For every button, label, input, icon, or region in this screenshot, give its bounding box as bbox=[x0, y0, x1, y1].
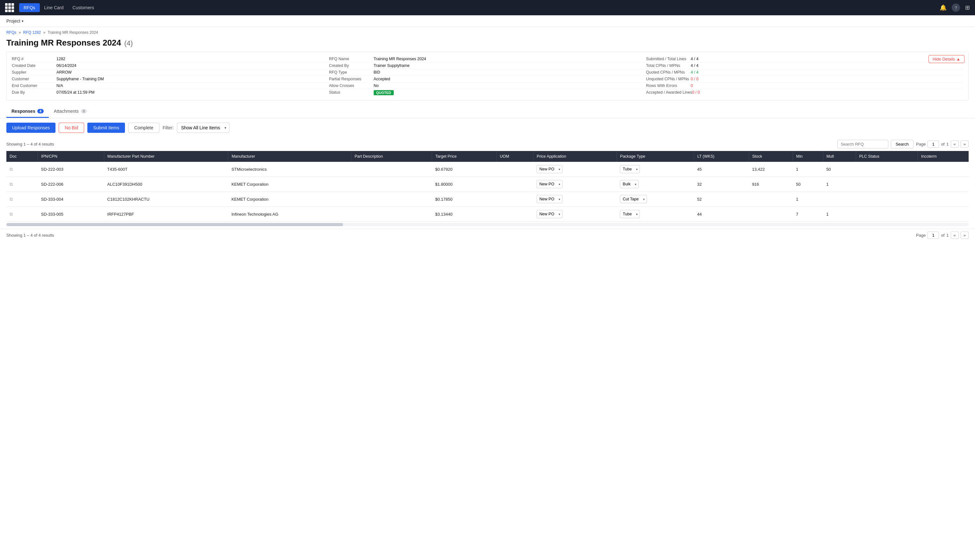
page-input-top[interactable] bbox=[928, 140, 939, 148]
page-count: (4) bbox=[124, 39, 133, 47]
table-cell[interactable]: New PO bbox=[533, 192, 617, 207]
project-label[interactable]: Project bbox=[7, 18, 20, 23]
table-cell bbox=[856, 177, 918, 192]
page-input-bottom[interactable] bbox=[928, 232, 939, 239]
prev-page-top[interactable]: « bbox=[951, 140, 959, 148]
table-cell bbox=[497, 207, 533, 222]
dropdown-select-7[interactable]: New PO bbox=[537, 165, 562, 173]
copy-icon[interactable]: ⧉ bbox=[10, 212, 13, 217]
page-title-row: Training MR Responses 2024 (4) bbox=[0, 36, 975, 52]
hide-details-label: Hide Details bbox=[933, 57, 955, 62]
scroll-bar-track[interactable] bbox=[7, 223, 968, 226]
hide-details-button[interactable]: Hide Details ▲ bbox=[928, 55, 965, 63]
app-logo[interactable] bbox=[5, 3, 14, 12]
table-cell: ALC10F391DH500 bbox=[104, 177, 228, 192]
copy-icon[interactable]: ⧉ bbox=[10, 182, 13, 187]
detail-value: Accepted bbox=[374, 77, 390, 81]
nav-line-card[interactable]: Line Card bbox=[40, 3, 68, 12]
search-input[interactable] bbox=[837, 140, 888, 148]
next-page-bottom[interactable]: » bbox=[961, 232, 968, 239]
prev-page-bottom[interactable]: « bbox=[951, 232, 959, 239]
detail-row: Rows With Errors0 bbox=[646, 83, 963, 89]
table-header-cell: Part Description bbox=[351, 151, 432, 162]
breadcrumb-current: Training MR Responses 2024 bbox=[47, 30, 98, 35]
table-cell bbox=[351, 177, 432, 192]
submit-items-button[interactable]: Submit Items bbox=[87, 123, 125, 133]
details-grid: RFQ #1282Created Date06/14/2024SupplierA… bbox=[12, 56, 963, 96]
app-grid-icon[interactable]: ⊞ bbox=[965, 4, 970, 11]
project-caret[interactable]: ▾ bbox=[22, 19, 23, 23]
table-cell: 32 bbox=[694, 177, 749, 192]
table-cell[interactable]: Bulk bbox=[617, 177, 694, 192]
detail-value: Trainer Supplyframe bbox=[374, 63, 410, 68]
scroll-bar-thumb[interactable] bbox=[7, 223, 343, 226]
complete-button[interactable]: Complete bbox=[128, 123, 159, 133]
table-wrap: DocIPN/CPNManufacturer Part NumberManufa… bbox=[7, 151, 968, 222]
dropdown-wrap: New PO bbox=[537, 195, 562, 203]
detail-row: End CustomerN/A bbox=[12, 83, 329, 89]
detail-row: SupplierARROW bbox=[12, 69, 329, 76]
table-cell[interactable]: ⧉ bbox=[7, 192, 38, 207]
notification-icon[interactable]: 🔔 bbox=[940, 4, 947, 11]
tab-attachments[interactable]: Attachments 0 bbox=[49, 105, 92, 118]
no-bid-button[interactable]: No Bid bbox=[59, 123, 84, 133]
table-cell[interactable]: ⧉ bbox=[7, 207, 38, 222]
detail-label: Unquoted CPNs / MPNs bbox=[646, 77, 691, 81]
table-cell bbox=[749, 207, 793, 222]
table-cell[interactable]: Tube bbox=[617, 162, 694, 177]
detail-row: Submitted / Total Lines4 / 4 bbox=[646, 56, 963, 62]
breadcrumb-rfq-num[interactable]: RFQ 1282 bbox=[23, 30, 41, 35]
table-cell: Infineon Technologies AG bbox=[228, 207, 351, 222]
table-cell[interactable]: Cut Tape bbox=[617, 192, 694, 207]
table-cell[interactable]: ⧉ bbox=[7, 162, 38, 177]
help-icon[interactable]: ? bbox=[952, 3, 960, 12]
total-pages-top: 1 bbox=[946, 142, 948, 147]
table-cell: 1 bbox=[823, 177, 856, 192]
table-cell: $0.67920 bbox=[432, 162, 497, 177]
table-header-cell: LT (WKS) bbox=[694, 151, 749, 162]
tab-responses[interactable]: Responses 4 bbox=[7, 105, 49, 118]
detail-value: 1282 bbox=[57, 57, 65, 61]
table-cell[interactable]: New PO bbox=[533, 177, 617, 192]
dropdown-select-7[interactable]: New PO bbox=[537, 195, 562, 203]
project-bar: Project ▾ bbox=[0, 15, 975, 27]
dropdown-select-7[interactable]: New PO bbox=[537, 180, 562, 188]
copy-icon[interactable]: ⧉ bbox=[10, 197, 13, 202]
table-cell: $0.17850 bbox=[432, 192, 497, 207]
search-button[interactable]: Search bbox=[891, 140, 913, 148]
table-cell[interactable]: Tube bbox=[617, 207, 694, 222]
detail-row: Due By07/05/24 at 11:59 PM bbox=[12, 89, 329, 95]
hide-details-caret: ▲ bbox=[956, 57, 960, 62]
upload-responses-button[interactable]: Upload Responses bbox=[7, 123, 55, 133]
details-col-1: RFQ #1282Created Date06/14/2024SupplierA… bbox=[12, 56, 329, 96]
dropdown-select-8[interactable]: Bulk bbox=[620, 180, 639, 188]
table-header-cell: PLC Status bbox=[856, 151, 918, 162]
dropdown-select-8[interactable]: Tube bbox=[620, 210, 640, 218]
results-bar-bottom: Showing 1 – 4 of 4 results Page of 1 « » bbox=[0, 229, 975, 242]
top-nav: RFQs Line Card Customers 🔔 ? ⊞ bbox=[0, 0, 975, 15]
results-bar-top: Showing 1 – 4 of 4 results Search Page o… bbox=[0, 137, 975, 151]
table-header: DocIPN/CPNManufacturer Part NumberManufa… bbox=[7, 151, 968, 162]
breadcrumb-rfqs[interactable]: RFQs bbox=[7, 30, 16, 35]
table-cell bbox=[497, 162, 533, 177]
table-header-cell: Price Application bbox=[533, 151, 617, 162]
tabs-row: Responses 4 Attachments 0 bbox=[0, 105, 975, 118]
nav-customers[interactable]: Customers bbox=[68, 3, 99, 12]
page-nav-top: Page of 1 « » bbox=[916, 140, 968, 148]
table-cell[interactable]: New PO bbox=[533, 162, 617, 177]
nav-rfqs[interactable]: RFQs bbox=[19, 3, 40, 12]
scroll-bar-row[interactable] bbox=[0, 222, 975, 227]
dropdown-select-7[interactable]: New PO bbox=[537, 210, 562, 218]
filter-select[interactable]: Show All Line Items bbox=[177, 123, 229, 133]
dropdown-select-8[interactable]: Tube bbox=[620, 165, 640, 173]
table-cell[interactable]: ⧉ bbox=[7, 177, 38, 192]
detail-label: Total CPNs / MPNs bbox=[646, 63, 691, 68]
copy-icon[interactable]: ⧉ bbox=[10, 167, 13, 172]
table-cell: $3.13440 bbox=[432, 207, 497, 222]
next-page-top[interactable]: » bbox=[961, 140, 968, 148]
detail-label: Status bbox=[329, 90, 374, 95]
detail-row: Created Date06/14/2024 bbox=[12, 62, 329, 69]
dropdown-select-8[interactable]: Cut Tape bbox=[620, 195, 647, 203]
table-cell[interactable]: New PO bbox=[533, 207, 617, 222]
detail-label: Customer bbox=[12, 77, 57, 81]
